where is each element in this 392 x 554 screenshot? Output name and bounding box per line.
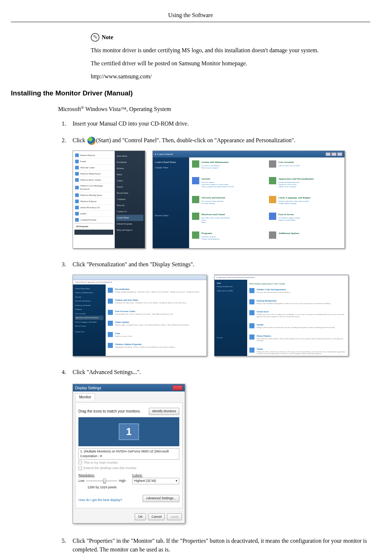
start-menu-right-item[interactable]: Recent Items bbox=[116, 190, 143, 196]
ap-entry[interactable]: Windows Sidebar PropertiesAdd gadgets to… bbox=[108, 342, 204, 353]
start-menu-item[interactable]: Adobe Photoshop CS2 bbox=[74, 205, 113, 211]
monitor-icon[interactable]: 1 bbox=[119, 423, 139, 440]
step-2: 2. Click (Start) and "Control Panel". Th… bbox=[58, 136, 370, 256]
pz-entry[interactable]: ThemeChange the theme. Themes can change… bbox=[249, 346, 346, 357]
cp-category[interactable]: ProgramsUninstall a programChange startu… bbox=[192, 231, 265, 245]
cp-breadcrumb[interactable]: ▸ Control Panel ▸ bbox=[155, 152, 173, 156]
start-menu-item[interactable]: Windows Live Messenger Download bbox=[74, 183, 113, 192]
pz-side-desktop-icons[interactable]: Change desktop icons bbox=[217, 284, 245, 289]
cp-category[interactable]: Additional Options bbox=[269, 231, 342, 245]
start-menu-item[interactable]: Windows Meeting Space bbox=[74, 192, 113, 198]
pz-breadcrumb[interactable]: ▸ Appearance and Personalization ▸ Perso… bbox=[215, 275, 348, 280]
start-menu-right-item[interactable]: Default Programs bbox=[116, 221, 143, 227]
cp-category[interactable]: User AccountsAdd or remove user accounts bbox=[269, 160, 342, 174]
start-menu-item[interactable]: textfile bbox=[74, 211, 113, 217]
ap-side-item[interactable]: Security bbox=[75, 295, 103, 299]
screenshot-personalization: ▸ Appearance and Personalization ▸ Perso… bbox=[214, 275, 348, 356]
pz-main-title: Personalize appearance and sounds bbox=[249, 282, 346, 286]
step-2-number: 2. bbox=[58, 136, 66, 145]
start-menu-right-item[interactable]: Pictures bbox=[116, 165, 143, 172]
start-menu-right-item[interactable]: Connect To bbox=[116, 209, 143, 215]
cp-category[interactable]: SecurityCheck for updatesCheck this comp… bbox=[192, 177, 265, 193]
step-4-text: Click "Advanced Settings...". bbox=[73, 368, 370, 377]
advanced-settings-button[interactable]: Advanced Settings... bbox=[143, 495, 179, 502]
ds-tab-monitor[interactable]: Monitor bbox=[75, 393, 95, 401]
ap-side-item[interactable]: Appearance and Personalization bbox=[75, 316, 103, 320]
pz-entry[interactable]: Desktop BackgroundChoose from available … bbox=[249, 298, 346, 309]
window-controls[interactable] bbox=[326, 152, 342, 156]
start-menu-right-item[interactable]: Music bbox=[116, 172, 143, 178]
ap-entry[interactable]: FontsInstall or remove a font bbox=[108, 331, 204, 342]
pz-side-font-size[interactable]: Adjust font size (DPI) bbox=[217, 289, 245, 293]
cp-category[interactable]: Hardware and SoundPlay CDs or other medi… bbox=[192, 213, 265, 229]
ap-side-item[interactable]: System and Maintenance bbox=[75, 291, 103, 295]
start-menu-right-item[interactable]: Network bbox=[116, 202, 143, 209]
screenshot-display-settings: Display Settings Monitor Drag the icons … bbox=[73, 384, 185, 524]
ds-preview-area[interactable]: 1 bbox=[78, 417, 179, 446]
start-menu-item[interactable]: Windows Media Player bbox=[74, 171, 113, 177]
ap-side-item[interactable]: Ease of Access bbox=[75, 324, 103, 328]
cancel-button[interactable]: Cancel bbox=[148, 513, 165, 521]
apply-button: Apply bbox=[167, 513, 182, 521]
cp-side-home[interactable]: Control Panel Home bbox=[155, 160, 187, 165]
start-all-programs[interactable]: All Programs bbox=[74, 223, 113, 229]
ap-entry[interactable]: PersonalizationChange desktop background… bbox=[108, 287, 204, 298]
ap-side-item[interactable]: Network and Internet bbox=[75, 299, 103, 303]
start-menu-right-item[interactable]: (user name) bbox=[116, 153, 143, 159]
start-menu-right-item[interactable]: Search bbox=[116, 184, 143, 190]
close-icon[interactable] bbox=[172, 385, 183, 390]
start-menu-right-item[interactable]: Games bbox=[116, 178, 143, 184]
ap-side-item[interactable]: Classic View bbox=[75, 330, 103, 334]
ds-drag-label: Drag the icons to match your monitors. bbox=[78, 409, 141, 414]
start-menu-item[interactable]: Welcome Center bbox=[74, 165, 113, 171]
start-menu-item[interactable]: Windows Explorer bbox=[74, 198, 113, 205]
identify-monitors-button[interactable]: Identify Monitors bbox=[149, 408, 179, 415]
cp-category[interactable]: Appearance and PersonalizationChange des… bbox=[269, 177, 342, 193]
monitor-select[interactable]: 1. (Multiple Monitors) on NVIDIA GeForce… bbox=[78, 448, 179, 460]
resolution-label: Resolution: bbox=[78, 473, 126, 478]
start-menu-item[interactable]: E-mail bbox=[74, 159, 113, 165]
cp-category[interactable]: Clock, Language, and RegionChange keyboa… bbox=[269, 196, 342, 210]
cp-category[interactable]: Ease of AccessLet Windows suggest settin… bbox=[269, 213, 342, 229]
start-search-box[interactable] bbox=[74, 230, 113, 235]
ap-side-item[interactable]: Clock, Language, and Region bbox=[75, 320, 103, 324]
pz-see-also: See also bbox=[217, 336, 245, 339]
os-prefix: Microsoft bbox=[58, 106, 81, 112]
ds-help-link[interactable]: How do I get the best display? bbox=[78, 498, 122, 503]
ap-side-item[interactable]: User Accounts bbox=[75, 312, 103, 316]
step-3-text: Click "Personalization" and then "Displa… bbox=[73, 260, 370, 269]
ap-side-item[interactable]: Hardware and Sound bbox=[75, 303, 103, 308]
start-menu-right-item[interactable]: Help and Support bbox=[116, 227, 143, 233]
pz-entry[interactable]: Screen SaverChange your screen saver or … bbox=[249, 309, 346, 322]
ok-button[interactable]: OK bbox=[135, 513, 146, 521]
step-4: 4. Click "Advanced Settings...". Display… bbox=[58, 368, 370, 532]
step-1-number: 1. bbox=[58, 119, 66, 128]
colors-select[interactable]: Highest (32 bit)▾ bbox=[132, 478, 179, 484]
resolution-slider[interactable]: Low High bbox=[78, 479, 126, 484]
start-menu-right-item[interactable]: Documents bbox=[116, 159, 143, 165]
step-5-text-1: Click "Properties" in the "Monitor" tab.… bbox=[73, 537, 370, 554]
ap-breadcrumb[interactable]: Control Panel ▸ Appearance and Personali… bbox=[73, 280, 207, 284]
note-line-2: The certified driver will be posted on S… bbox=[91, 59, 370, 68]
start-menu-item[interactable]: Windows Photo Gallery bbox=[74, 177, 113, 183]
ap-entry[interactable]: Folder OptionsSpecify single- or double-… bbox=[108, 320, 204, 331]
start-menu-right-item[interactable]: Control Panel bbox=[116, 215, 143, 221]
ap-side-item[interactable]: Control Panel Home bbox=[75, 287, 103, 291]
ap-side-item[interactable]: Programs bbox=[75, 307, 103, 312]
cp-side-classic[interactable]: Classic View bbox=[155, 165, 187, 171]
resolution-value: 1280 by 1024 pixels bbox=[78, 485, 126, 490]
start-menu-item[interactable]: Internet Explorer bbox=[74, 152, 113, 159]
pz-tasks-label: Tasks bbox=[217, 282, 245, 285]
start-menu-right-item[interactable]: Computer bbox=[116, 196, 143, 202]
ap-entry[interactable]: Taskbar and Start MenuCustomize the Star… bbox=[108, 297, 204, 309]
cp-category[interactable]: System and MaintenanceGet started with W… bbox=[192, 160, 265, 174]
start-orb-icon bbox=[87, 137, 95, 145]
ap-entry[interactable]: Ease of Access CenterAccommodate low vis… bbox=[108, 309, 204, 320]
start-menu-item[interactable]: Command Prompt bbox=[74, 217, 113, 223]
extend-desktop-checkbox: Extend the desktop onto this monitor bbox=[78, 466, 179, 471]
pz-entry[interactable]: SoundsChange which sounds are heard when… bbox=[249, 322, 346, 333]
step-2-text: Click (Start) and "Control Panel". Then,… bbox=[73, 136, 370, 145]
pz-entry[interactable]: Mouse PointersPick a different mouse poi… bbox=[249, 333, 346, 346]
pz-entry[interactable]: Window Color and AppearanceFine tune the… bbox=[249, 287, 346, 298]
cp-category[interactable]: Network and InternetView network status … bbox=[192, 196, 265, 210]
